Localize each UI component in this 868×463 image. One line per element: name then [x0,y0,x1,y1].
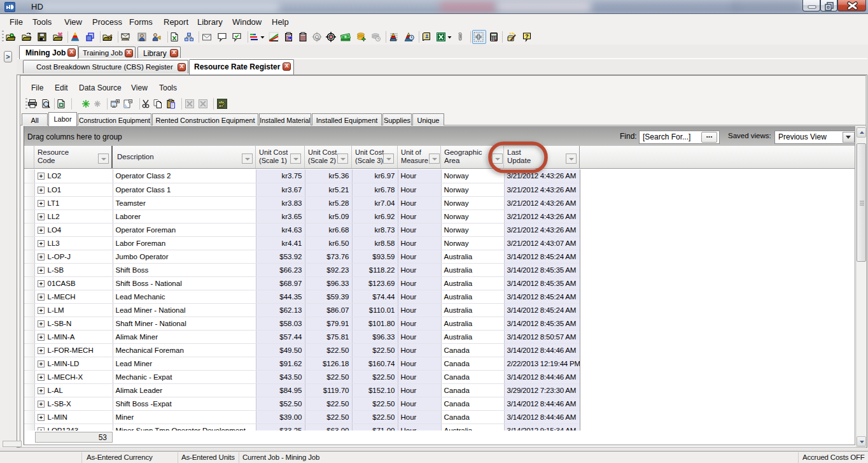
svg-text:?: ? [525,33,529,39]
